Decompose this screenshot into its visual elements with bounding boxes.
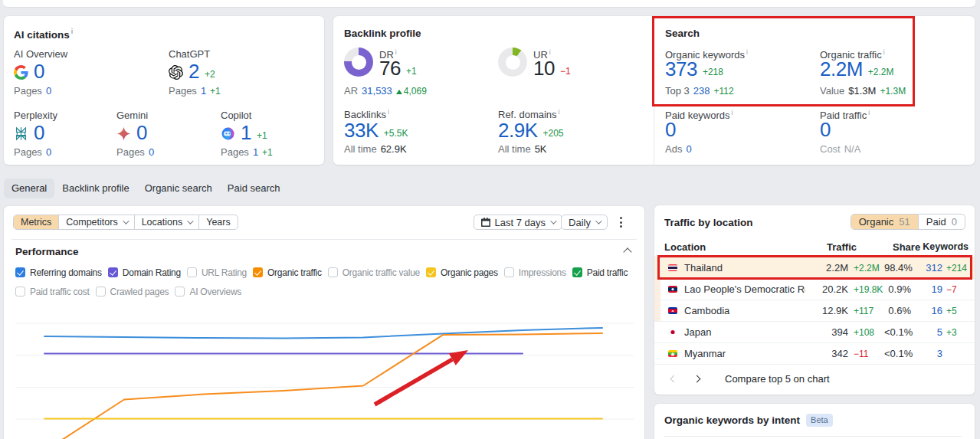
- pages-delta: +1: [262, 147, 273, 158]
- series-organic-traffic: [44, 333, 602, 439]
- intent-title: Organic keywords by intent: [664, 414, 800, 426]
- card-divider: [654, 16, 654, 165]
- collapse-chevron-icon[interactable]: [623, 247, 631, 256]
- pages-value[interactable]: 1: [201, 85, 206, 97]
- keywords-delta: +5: [946, 306, 969, 316]
- keywords-value[interactable]: 5: [911, 326, 942, 338]
- checked-checkbox-icon[interactable]: [426, 267, 436, 277]
- keywords-value[interactable]: 3: [911, 348, 942, 359]
- traffic-delta: +117: [854, 306, 884, 316]
- backlinks-value[interactable]: 33K: [344, 122, 379, 139]
- checked-checkbox-icon[interactable]: [572, 267, 582, 277]
- kebab-menu-icon[interactable]: [615, 217, 626, 228]
- tab-organic-search[interactable]: Organic search: [137, 179, 220, 198]
- location-name[interactable]: Lao People's Democratic Republic: [684, 283, 805, 295]
- unchecked-checkbox-icon[interactable]: [96, 287, 106, 296]
- metric-label: ChatGPT: [169, 48, 221, 60]
- locations-button[interactable]: Locations: [135, 215, 200, 229]
- checkbox-referring-domains[interactable]: Referring domains: [15, 267, 102, 278]
- table-row-japan[interactable]: Japan394+108<0.1%5+3: [654, 322, 975, 343]
- pages-value[interactable]: 0: [149, 146, 154, 158]
- intent-header: Organic keywords by intent Beta: [664, 414, 833, 427]
- metric-value[interactable]: 2: [188, 63, 199, 80]
- tab-paid-search[interactable]: Paid search: [220, 179, 288, 198]
- paid-toggle[interactable]: Paid0: [919, 215, 965, 229]
- checked-checkbox-icon[interactable]: [108, 267, 118, 277]
- ar-row: AR 31,533 4,069: [344, 85, 427, 97]
- next-page-icon[interactable]: [693, 375, 701, 382]
- table-row-myanmar[interactable]: Myanmar342−11<0.1%3: [654, 343, 975, 365]
- checkbox-paid-traffic-cost[interactable]: Paid traffic cost: [15, 287, 90, 297]
- checked-checkbox-icon[interactable]: [15, 267, 25, 277]
- checkbox-paid-traffic[interactable]: Paid traffic: [572, 267, 628, 278]
- top3-value[interactable]: 238: [693, 85, 710, 97]
- share-value: <0.1%: [884, 348, 911, 359]
- keywords-value[interactable]: 19: [911, 283, 942, 295]
- paid-traffic-value-row: 0: [820, 121, 831, 138]
- share-value: 0.6%: [884, 305, 911, 316]
- checkbox-url-rating[interactable]: URL Rating: [187, 267, 247, 278]
- unchecked-checkbox-icon[interactable]: [187, 267, 197, 277]
- checkbox-organic-pages[interactable]: Organic pages: [426, 267, 498, 278]
- ar-value[interactable]: 31,533: [362, 85, 392, 97]
- metrics-button[interactable]: Metrics: [14, 215, 59, 229]
- prev-page-icon[interactable]: [670, 375, 678, 382]
- pages-value[interactable]: 0: [46, 146, 51, 158]
- metrics-segmented-control: Metrics Competitors Locations Years: [13, 215, 238, 230]
- traffic-delta: −11: [854, 349, 884, 359]
- performance-title: Performance: [15, 246, 79, 257]
- date-range-button[interactable]: Last 7 days: [474, 215, 563, 230]
- table-row-cambodia[interactable]: Cambodia12.9K+1170.6%16+5: [654, 300, 975, 322]
- unchecked-checkbox-icon[interactable]: [175, 287, 185, 296]
- pages-value[interactable]: 0: [46, 85, 51, 97]
- keywords-value[interactable]: 312: [911, 262, 942, 274]
- metric-value[interactable]: 0: [34, 63, 44, 80]
- metric-value[interactable]: 0: [136, 124, 147, 141]
- competitors-button[interactable]: Competitors: [59, 215, 134, 229]
- checkbox-organic-traffic[interactable]: Organic traffic: [253, 267, 322, 278]
- paid-traffic-value[interactable]: 0: [820, 121, 831, 138]
- ref-domains-value[interactable]: 2.9K: [498, 122, 538, 139]
- unchecked-checkbox-icon[interactable]: [504, 267, 514, 277]
- years-button[interactable]: Years: [199, 215, 238, 229]
- tab-backlink-profile[interactable]: Backlink profile: [54, 179, 136, 198]
- checkbox-ai-overviews[interactable]: AI Overviews: [175, 287, 241, 297]
- table-row-thailand[interactable]: Thailand2.2M+2.2M98.4%312+214: [654, 257, 975, 279]
- info-icon: i: [883, 48, 885, 56]
- checkbox-crawled-pages[interactable]: Crawled pages: [96, 287, 169, 297]
- traffic-delta: +19.8K: [854, 284, 884, 295]
- keywords-value[interactable]: 16: [911, 305, 942, 316]
- checkbox-organic-traffic-value[interactable]: Organic traffic value: [328, 267, 420, 278]
- granularity-button[interactable]: Daily: [561, 215, 608, 230]
- table-row-laos[interactable]: Lao People's Democratic Republic20.2K+19…: [654, 279, 975, 300]
- location-name[interactable]: Myanmar: [684, 348, 805, 359]
- organic-keywords-value[interactable]: 373: [665, 61, 697, 77]
- location-name[interactable]: Cambodia: [684, 305, 805, 316]
- paid-keywords-value[interactable]: 0: [665, 121, 676, 138]
- ads-label: Ads: [665, 143, 682, 155]
- performance-chart[interactable]: [4, 303, 644, 439]
- metric-checkbox-row-2: Paid traffic costCrawled pagesAI Overvie…: [15, 286, 241, 297]
- checked-checkbox-icon[interactable]: [253, 267, 263, 277]
- ads-value[interactable]: 0: [686, 143, 691, 155]
- organic-traffic-value[interactable]: 2.2M: [820, 61, 863, 77]
- location-name[interactable]: Japan: [684, 326, 805, 338]
- organic-toggle[interactable]: Organic51: [851, 215, 919, 229]
- pages-value[interactable]: 1: [253, 146, 258, 158]
- unchecked-checkbox-icon[interactable]: [15, 287, 25, 296]
- ref-domains-alltime-row: All time 5K: [498, 143, 547, 155]
- tab-general[interactable]: General: [4, 179, 54, 198]
- cost-value: N/A: [844, 143, 861, 155]
- pagination: Compare top 5 on chart: [654, 370, 975, 387]
- pages-label: Pages: [169, 85, 197, 97]
- location-name[interactable]: Thailand: [684, 262, 805, 274]
- metric-label: Copilot: [221, 110, 273, 121]
- checkbox-domain-rating[interactable]: Domain Rating: [108, 267, 181, 278]
- japan-flag: [668, 329, 677, 336]
- metric-value[interactable]: 1: [241, 124, 251, 141]
- metric-value[interactable]: 0: [34, 124, 44, 141]
- traffic-by-location-card: Traffic by location Organic51 Paid0 Loca…: [654, 205, 975, 395]
- checkbox-impressions[interactable]: Impressions: [504, 267, 566, 278]
- compare-note: Compare top 5 on chart: [725, 373, 830, 385]
- unchecked-checkbox-icon[interactable]: [328, 267, 338, 277]
